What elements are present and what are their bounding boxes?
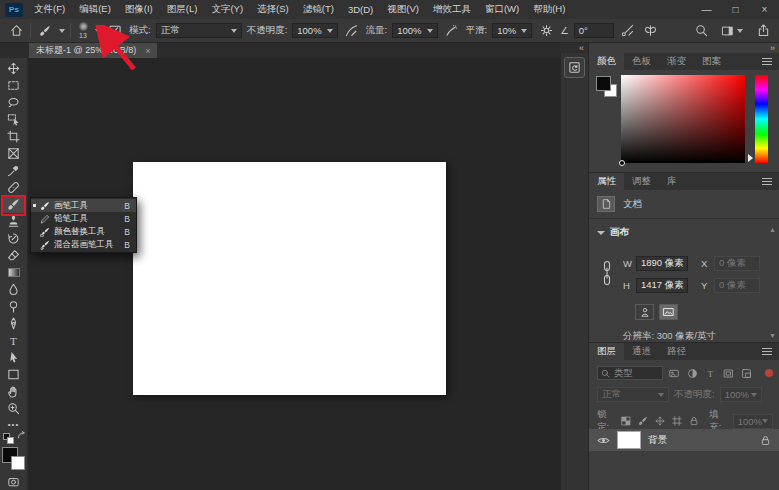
menu-item-help[interactable]: 帮助(H) bbox=[526, 0, 572, 19]
eraser-tool[interactable] bbox=[2, 247, 26, 264]
menu-item-select[interactable]: 选择(S) bbox=[250, 0, 296, 19]
default-swap-colors[interactable] bbox=[3, 433, 19, 445]
menu-item-edit[interactable]: 编辑(E) bbox=[72, 0, 118, 19]
blur-tool[interactable] bbox=[2, 281, 26, 298]
smoothing-select[interactable]: 10% bbox=[492, 23, 532, 38]
lock-transparency-button[interactable] bbox=[620, 414, 632, 428]
filter-type-layers-button[interactable]: T bbox=[703, 366, 717, 380]
panel-menu-icon[interactable] bbox=[762, 61, 772, 62]
tab-libraries[interactable]: 库 bbox=[659, 173, 685, 190]
flyout-item-mixer-brush-tool[interactable]: 混合器画笔工具 B bbox=[31, 238, 136, 251]
quick-mask-button[interactable] bbox=[2, 473, 26, 490]
canvas-section-header[interactable]: 画布 bbox=[597, 226, 629, 239]
tab-gradients[interactable]: 渐变 bbox=[659, 53, 694, 70]
move-tool[interactable] bbox=[2, 60, 26, 77]
scroll-down-icon[interactable]: ▼ bbox=[769, 332, 776, 339]
pen-tool[interactable] bbox=[2, 315, 26, 332]
menu-item-file[interactable]: 文件(F) bbox=[27, 0, 72, 19]
background-color-swatch[interactable] bbox=[11, 456, 25, 470]
share-button[interactable] bbox=[754, 22, 772, 40]
lock-position-button[interactable] bbox=[654, 414, 666, 428]
canvas-x-field[interactable]: 0 像素 bbox=[714, 256, 760, 271]
brush-angle-field[interactable]: 0° bbox=[574, 23, 614, 38]
marquee-tool[interactable] bbox=[2, 77, 26, 94]
search-button[interactable] bbox=[692, 22, 710, 40]
canvas-y-field[interactable]: 0 像素 bbox=[714, 278, 760, 293]
type-tool[interactable]: T bbox=[2, 332, 26, 349]
tool-preset-button[interactable] bbox=[36, 22, 54, 40]
blend-mode-select[interactable]: 正常 bbox=[156, 23, 242, 38]
hue-slider[interactable] bbox=[755, 75, 768, 163]
tab-layers[interactable]: 图层 bbox=[589, 343, 624, 360]
filter-smart-objects-button[interactable] bbox=[739, 366, 753, 380]
pressure-size-button[interactable] bbox=[619, 22, 637, 40]
eyedropper-tool[interactable] bbox=[2, 162, 26, 179]
zoom-tool[interactable] bbox=[2, 400, 26, 417]
menu-item-layer[interactable]: 图层(L) bbox=[160, 0, 205, 19]
menu-item-window[interactable]: 窗口(W) bbox=[478, 0, 526, 19]
scroll-up-icon[interactable]: ▲ bbox=[769, 226, 776, 233]
minimize-button[interactable]: — bbox=[692, 0, 721, 19]
object-selection-tool[interactable] bbox=[2, 111, 26, 128]
foreground-color-swatch[interactable] bbox=[596, 76, 611, 91]
tab-channels[interactable]: 通道 bbox=[624, 343, 659, 360]
crop-tool[interactable] bbox=[2, 128, 26, 145]
spot-healing-tool[interactable] bbox=[2, 179, 26, 196]
tab-color[interactable]: 颜色 bbox=[589, 53, 624, 70]
document-canvas[interactable] bbox=[133, 162, 446, 395]
panel-menu-icon[interactable] bbox=[762, 351, 772, 352]
flow-select[interactable]: 100% bbox=[392, 23, 437, 38]
canvas-width-field[interactable]: 1890 像素 bbox=[636, 256, 688, 271]
orientation-landscape-button[interactable] bbox=[659, 304, 678, 320]
menu-item-3d[interactable]: 3D(D) bbox=[341, 0, 380, 19]
toggle-brush-settings-button[interactable] bbox=[106, 22, 124, 40]
collapse-dock-chevrons[interactable]: » bbox=[770, 43, 775, 53]
gradient-tool[interactable] bbox=[2, 264, 26, 281]
history-brush-tool[interactable] bbox=[2, 230, 26, 247]
color-picker-marker[interactable] bbox=[619, 160, 625, 166]
lock-pixels-button[interactable] bbox=[637, 414, 649, 428]
menu-item-image[interactable]: 图像(I) bbox=[118, 0, 160, 19]
frame-tool[interactable] bbox=[2, 145, 26, 162]
tab-properties[interactable]: 属性 bbox=[589, 173, 624, 190]
rectangle-tool[interactable] bbox=[2, 366, 26, 383]
visibility-eye-icon[interactable] bbox=[597, 435, 610, 446]
tab-paths[interactable]: 路径 bbox=[659, 343, 694, 360]
dodge-tool[interactable] bbox=[2, 298, 26, 315]
opacity-select[interactable]: 100% bbox=[292, 23, 337, 38]
menu-item-plugins[interactable]: 增效工具 bbox=[426, 0, 478, 19]
flyout-item-color-replacement-tool[interactable]: 颜色替换工具 B bbox=[31, 225, 136, 238]
filter-adjustment-layers-button[interactable] bbox=[685, 366, 699, 380]
maximize-button[interactable]: □ bbox=[721, 0, 750, 19]
fill-field[interactable]: 100% bbox=[733, 414, 773, 429]
edit-toolbar-button[interactable]: ••• bbox=[8, 420, 19, 429]
filter-toggle-switch[interactable] bbox=[765, 369, 773, 377]
canvas-height-field[interactable]: 1417 像素 bbox=[636, 278, 688, 293]
tab-swatches[interactable]: 色板 bbox=[624, 53, 659, 70]
paint-symmetry-button[interactable] bbox=[642, 22, 660, 40]
filter-shape-layers-button[interactable] bbox=[721, 366, 735, 380]
link-dimensions-icon[interactable] bbox=[601, 260, 613, 286]
hue-slider-marker[interactable] bbox=[748, 154, 753, 162]
document-tab[interactable]: 未标题-1 @ 25%(RGB/8) × bbox=[29, 43, 157, 58]
path-selection-tool[interactable] bbox=[2, 349, 26, 366]
pressure-opacity-button[interactable] bbox=[343, 22, 361, 40]
menu-item-type[interactable]: 文字(Y) bbox=[204, 0, 250, 19]
airbrush-button[interactable] bbox=[443, 22, 461, 40]
home-button[interactable] bbox=[7, 22, 25, 40]
flyout-item-pencil-tool[interactable]: 铅笔工具 B bbox=[31, 212, 136, 225]
lock-all-button[interactable] bbox=[688, 414, 700, 428]
panel-menu-icon[interactable] bbox=[762, 181, 772, 182]
tab-close-icon[interactable]: × bbox=[145, 46, 150, 56]
tab-adjustments[interactable]: 调整 bbox=[624, 173, 659, 190]
layer-row-background[interactable]: 背景 bbox=[589, 429, 779, 451]
saturation-brightness-field[interactable] bbox=[621, 75, 745, 163]
layer-filter-search[interactable]: 类型 bbox=[597, 366, 663, 380]
brush-preset-picker[interactable]: 13 bbox=[76, 22, 90, 39]
menu-item-filter[interactable]: 滤镜(T) bbox=[296, 0, 341, 19]
chevron-down-icon[interactable] bbox=[59, 29, 65, 33]
hand-tool[interactable] bbox=[2, 383, 26, 400]
orientation-portrait-button[interactable] bbox=[635, 304, 654, 320]
layer-thumbnail[interactable] bbox=[617, 431, 641, 449]
blend-mode-select[interactable]: 正常 bbox=[597, 387, 669, 402]
